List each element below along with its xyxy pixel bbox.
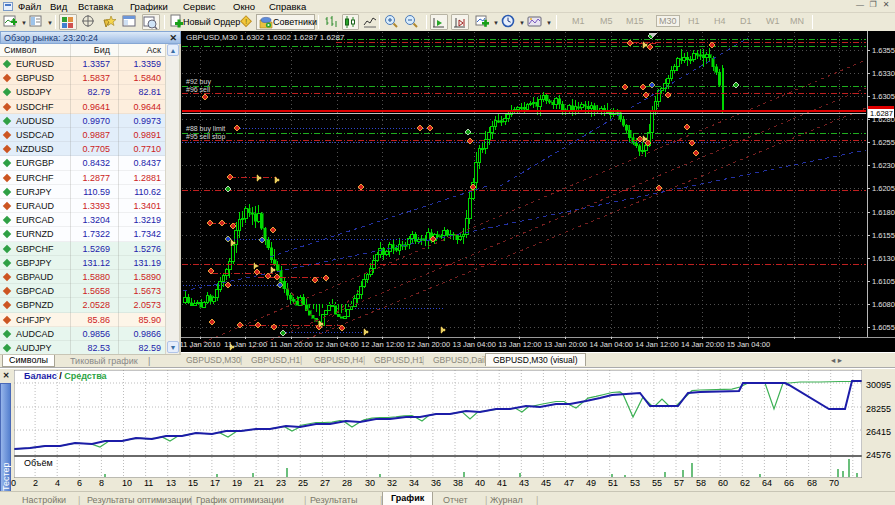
svg-text:15 Jan 04:00: 15 Jan 04:00 [727,340,770,349]
svg-text:1.6330: 1.6330 [872,69,895,78]
svg-text:11 Jan 2010: 11 Jan 2010 [181,340,220,349]
svg-text:12 Jan 20:00: 12 Jan 20:00 [407,340,450,349]
svg-text:1.6355: 1.6355 [872,46,895,55]
svg-text:11 Jan 20:00: 11 Jan 20:00 [270,340,313,349]
svg-text:1.6080: 1.6080 [872,300,895,309]
svg-text:12 Jan 04:00: 12 Jan 04:00 [315,340,358,349]
svg-text:1.6180: 1.6180 [872,208,895,217]
svg-text:1.6305: 1.6305 [872,92,895,101]
svg-text:1.6287: 1.6287 [870,109,893,118]
svg-text:1.6130: 1.6130 [872,254,895,263]
svg-text:#96 sell: #96 sell [186,86,211,93]
svg-text:14 Jan 12:00: 14 Jan 12:00 [635,340,678,349]
svg-text:1.6255: 1.6255 [872,138,895,147]
svg-text:14 Jan 20:00: 14 Jan 20:00 [681,340,724,349]
svg-text:13 Jan 04:00: 13 Jan 04:00 [453,340,496,349]
svg-text:!: ! [245,17,247,26]
svg-text:1.6105: 1.6105 [872,277,895,286]
svg-text:1.6055: 1.6055 [872,323,895,332]
svg-text:1.6230: 1.6230 [872,161,895,170]
svg-text:12 Jan 12:00: 12 Jan 12:00 [361,340,404,349]
svg-text:13 Jan 20:00: 13 Jan 20:00 [544,340,587,349]
svg-text:14 Jan 04:00: 14 Jan 04:00 [590,340,633,349]
svg-text:11 Jan 12:00: 11 Jan 12:00 [224,340,267,349]
svg-text:#95 sell stop: #95 sell stop [186,133,225,141]
svg-text:GBPUSD,M30 1.6302 1.6302 1.62: GBPUSD,M30 1.6302 1.6302 1.6287 1.6287 [186,33,345,42]
svg-text:13 Jan 12:00: 13 Jan 12:00 [498,340,541,349]
svg-text:1.6155: 1.6155 [872,231,895,240]
svg-text:1.6205: 1.6205 [872,184,895,193]
